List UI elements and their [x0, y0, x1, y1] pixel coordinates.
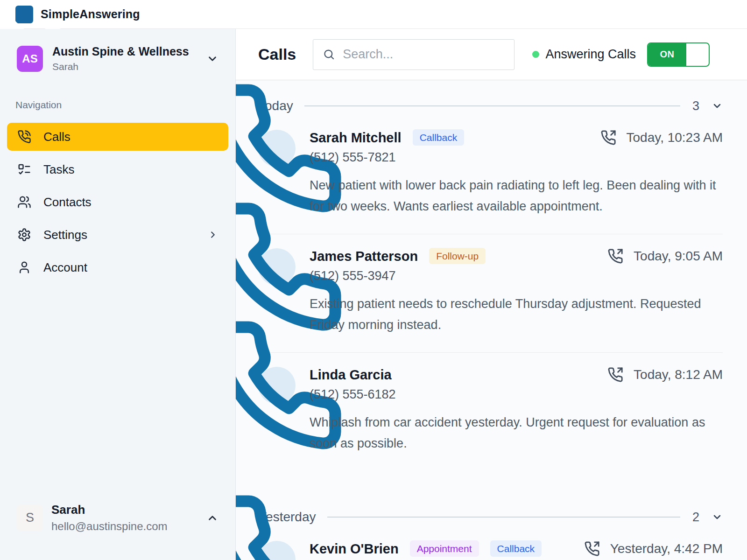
- call-group: Yesterday 2 Kevin O'Brien AppointmentCal…: [258, 507, 723, 560]
- calls-list: Today 3 Sarah Mitchell Callback Today, 1…: [236, 80, 747, 560]
- nav-heading: Navigation: [0, 99, 235, 111]
- phone-call-icon: [17, 130, 31, 144]
- divider-line: [304, 105, 680, 106]
- call-group: Today 3 Sarah Mitchell Callback Today, 1…: [258, 96, 723, 471]
- divider-line: [327, 517, 680, 518]
- sidebar: AS Austin Spine & Wellness Sarah Navigat…: [0, 29, 236, 560]
- users-icon: [17, 195, 31, 209]
- call-time: Today, 9:05 AM: [634, 249, 723, 264]
- caller-phone: (512) 555-7821: [310, 150, 723, 165]
- caller-name: Kevin O'Brien: [310, 541, 399, 557]
- sidebar-user-menu[interactable]: S Sarah hello@austinspine.com: [0, 503, 235, 560]
- sidebar-item-label: Account: [43, 260, 87, 275]
- call-row[interactable]: Kevin O'Brien AppointmentCallback Yester…: [258, 527, 723, 560]
- answering-status: Answering Calls ON: [532, 42, 710, 67]
- phone-outgoing-icon: [607, 248, 623, 264]
- caller-phone: (512) 555-6182: [310, 387, 723, 402]
- call-meta: Today, 9:05 AM: [598, 248, 723, 264]
- user-name: Sarah: [51, 503, 168, 517]
- sidebar-item-label: Contacts: [43, 195, 92, 210]
- call-meta: Yesterday, 4:42 PM: [575, 541, 723, 557]
- settings-icon: [17, 228, 31, 242]
- sidebar-item-label: Calls: [43, 130, 70, 144]
- search-box: [313, 39, 514, 70]
- toggle-on-label: ON: [648, 43, 686, 66]
- phone-outgoing-icon: [584, 541, 600, 557]
- caller-name: Sarah Mitchell: [310, 130, 402, 146]
- call-avatar: [258, 248, 296, 286]
- call-row[interactable]: Linda Garcia Today, 8:12 AM (512) 555-61…: [258, 353, 723, 471]
- call-summary: New patient with lower back pain radiati…: [310, 175, 720, 217]
- main-panel: Calls Answering Calls ON Today 3: [236, 29, 747, 560]
- account-switcher[interactable]: AS Austin Spine & Wellness Sarah: [0, 29, 235, 72]
- call-meta: Today, 10:23 AM: [591, 130, 723, 146]
- chevron-right-icon: [208, 230, 218, 240]
- call-meta: Today, 8:12 AM: [598, 367, 723, 383]
- call-time: Yesterday, 4:42 PM: [610, 541, 723, 556]
- main-header: Calls Answering Calls ON: [236, 29, 747, 80]
- user-avatar: S: [17, 505, 43, 531]
- chevron-down-icon[interactable]: [712, 511, 723, 523]
- sidebar-item-calls[interactable]: Calls: [7, 123, 228, 151]
- account-subtitle: Sarah: [52, 61, 189, 72]
- user-email: hello@austinspine.com: [51, 520, 168, 533]
- sidebar-item-settings[interactable]: Settings: [7, 221, 228, 249]
- call-summary: Whiplash from car accident yesterday. Ur…: [310, 412, 720, 454]
- call-summary: Existing patient needs to reschedule Thu…: [310, 294, 720, 336]
- tag-callback: Callback: [490, 540, 542, 557]
- group-count: 2: [692, 510, 699, 525]
- chevron-down-icon: [206, 53, 218, 65]
- search-icon: [323, 48, 335, 61]
- sidebar-item-contacts[interactable]: Contacts: [7, 188, 228, 216]
- caller-name: Linda Garcia: [310, 367, 392, 383]
- sidebar-item-label: Tasks: [43, 162, 74, 177]
- tasks-icon: [17, 162, 31, 176]
- caller-name: James Patterson: [310, 249, 418, 264]
- group-count: 3: [692, 99, 699, 113]
- tag-appointment: Appointment: [410, 540, 479, 557]
- status-label: Answering Calls: [545, 47, 636, 62]
- tag-follow-up: Follow-up: [429, 248, 486, 264]
- call-avatar: [258, 130, 296, 167]
- sidebar-item-account[interactable]: Account: [7, 253, 228, 281]
- phone-outgoing-icon: [600, 130, 616, 146]
- call-avatar: [258, 541, 296, 560]
- tag-callback: Callback: [413, 129, 465, 146]
- sidebar-nav: Navigation Calls Tasks Contacts Settings…: [0, 99, 235, 286]
- call-time: Today, 8:12 AM: [634, 367, 723, 382]
- answering-toggle[interactable]: ON: [647, 42, 710, 67]
- chevron-up-icon: [206, 512, 218, 524]
- top-bar: SimpleAnswering: [0, 0, 747, 29]
- chevron-down-icon[interactable]: [712, 100, 723, 112]
- phone-outgoing-icon: [607, 367, 623, 383]
- account-avatar: AS: [17, 46, 43, 72]
- app-logo: [15, 6, 33, 23]
- user-icon: [17, 260, 31, 274]
- sidebar-item-label: Settings: [43, 228, 87, 242]
- account-name: Austin Spine & Wellness: [52, 45, 189, 58]
- page-title: Calls: [258, 45, 296, 63]
- caller-phone: (512) 555-3947: [310, 269, 723, 283]
- sidebar-item-tasks[interactable]: Tasks: [7, 155, 228, 183]
- search-input[interactable]: [343, 47, 508, 62]
- app-title: SimpleAnswering: [41, 7, 140, 21]
- call-avatar: [258, 367, 296, 404]
- status-dot: [532, 51, 539, 58]
- call-time: Today, 10:23 AM: [627, 130, 723, 145]
